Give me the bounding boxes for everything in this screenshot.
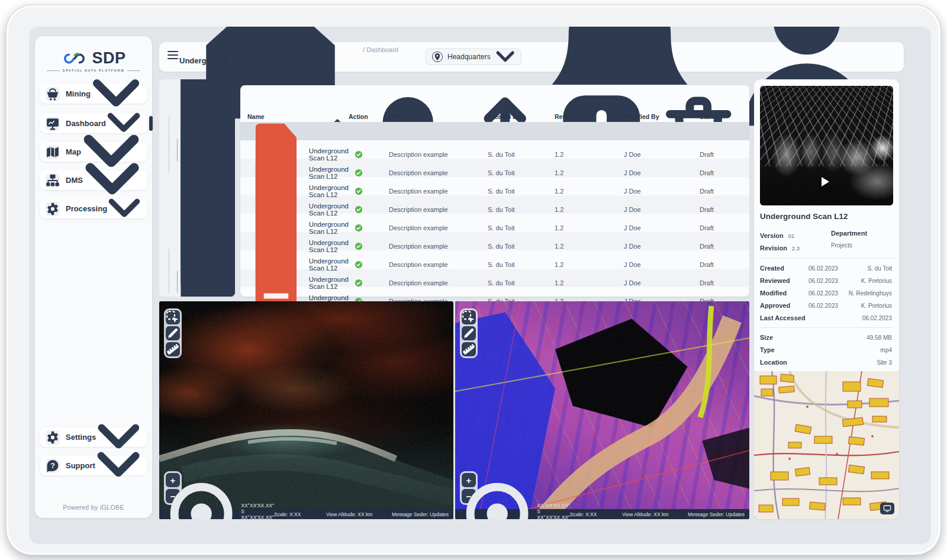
- metadata-row: Modified 06.02.2023 N. Redelinghuys: [760, 288, 892, 300]
- sidebar-item[interactable]: Processing: [40, 199, 147, 218]
- device-frame: SDP SPATIAL DATA PLATFORM Mining Dashboa…: [6, 5, 941, 555]
- sidebar-nav: Dashboard Map DMS Processing: [35, 114, 152, 227]
- metadata-row: Last Accessed 06.02.2023: [760, 313, 892, 325]
- location-pin-icon: [432, 52, 443, 62]
- page: SDP SPATIAL DATA PLATFORM Mining Dashboa…: [0, 0, 947, 560]
- geology-viewer-right[interactable]: + − XX°XX'XX.XX" S XX°XX'XX.XX" W Scale:…: [455, 301, 749, 519]
- topbar: / Dashboard Underground Headquarters: [159, 42, 904, 72]
- app-subtitle: SPATIAL DATA PLATFORM: [35, 69, 152, 72]
- column-description: Description: [389, 113, 488, 120]
- viewer-toolbar: [460, 308, 478, 358]
- file-properties-list: Size 49.58 MB Type mp4 Location Site 3: [760, 332, 892, 369]
- workspace-selector[interactable]: Mining: [40, 84, 147, 104]
- coordinates: XX°XX'XX.XX" S XX°XX'XX.XX" W: [537, 503, 570, 520]
- message-readout: Message Seder: Updates: [392, 511, 449, 517]
- gear-icon: [46, 430, 60, 445]
- approved-check-icon: [355, 169, 363, 177]
- chevron-down-icon: [96, 422, 141, 452]
- table-body: Underground Scan L12 Description example…: [240, 122, 749, 287]
- app-logo: SDP SPATIAL DATA PLATFORM: [35, 49, 152, 72]
- column-name: Name: [240, 113, 349, 120]
- altitude-readout: View Altitude: XX km: [326, 511, 392, 517]
- file-property-row: Location Site 3: [760, 357, 892, 369]
- gear-icon: [46, 202, 60, 216]
- location-selector[interactable]: Headquarters: [426, 49, 521, 65]
- topbar-actions: Headquarters: [426, 42, 896, 72]
- play-button[interactable]: [822, 177, 829, 186]
- approved-check-icon: [355, 187, 363, 195]
- chevron-down-icon: [91, 77, 141, 111]
- mining-icon: [46, 87, 60, 101]
- gps-target-icon: [164, 477, 239, 519]
- sidebar-item[interactable]: DMS: [40, 170, 147, 190]
- file-property-row: Size 49.58 MB: [760, 332, 892, 345]
- table-row[interactable]: Underground Scan L12 Description example…: [240, 122, 749, 140]
- metadata-row: Approved 06.02.2023 K. Pretorius: [760, 300, 892, 313]
- sidebar-item[interactable]: Settings: [40, 427, 147, 447]
- approved-check-icon: [355, 260, 363, 269]
- approved-check-icon: [355, 279, 363, 287]
- column-revision: Revision: [555, 113, 624, 120]
- divider: [760, 327, 893, 328]
- breadcrumb[interactable]: / Dashboard: [363, 46, 398, 53]
- videos-table-panel: / Workplace / Videos Name Action Descrip…: [240, 85, 749, 297]
- metadata-row: Created 06.02.2023 S. du Toit: [760, 263, 892, 275]
- approved-check-icon: [355, 205, 363, 214]
- file-property-row: Type mp4: [760, 345, 892, 357]
- table-column-headers: Name Action Description Created by Revis…: [240, 111, 749, 122]
- pin-icon: [433, 53, 442, 61]
- measure-tool-button[interactable]: [166, 342, 180, 356]
- department-value: Projects: [831, 242, 852, 249]
- site-tree: Mine 1 Mine 2 Mine 3 Site 1: [159, 79, 235, 297]
- folder-icon: [184, 210, 235, 297]
- message-readout: Message Seder: Updates: [688, 511, 745, 517]
- map-icon: [46, 145, 60, 159]
- select-tool-button[interactable]: [462, 310, 476, 324]
- tree-node[interactable]: 30.01.2024: [159, 282, 233, 294]
- map-preview: [754, 371, 899, 519]
- approved-check-icon: [355, 150, 363, 159]
- video-thumbnail[interactable]: [760, 86, 893, 205]
- powered-by: Powered by iGLOBE: [35, 504, 152, 511]
- workspace-label: Mining: [66, 89, 91, 98]
- altitude-readout: View Altitude: XX km: [622, 511, 688, 517]
- select-tool-button[interactable]: [166, 310, 180, 324]
- svg-text:?: ?: [50, 462, 55, 470]
- chevron-down-icon: [107, 197, 141, 220]
- divider: [760, 258, 893, 259]
- version-row: Version01 Department: [760, 230, 892, 240]
- approved-check-icon: [355, 242, 363, 250]
- measure-tool-button[interactable]: [462, 342, 476, 356]
- details-panel: Underground Scan L12 Version01 Departmen…: [754, 79, 899, 519]
- dms-icon: [46, 173, 60, 188]
- scale-readout: Scale: X:XX: [274, 511, 326, 517]
- column-state: State: [700, 113, 749, 120]
- details-title: Underground Scan L12: [760, 212, 848, 221]
- draw-tool-button[interactable]: [166, 326, 180, 340]
- viewer-status-bar: XX°XX'XX.XX" S XX°XX'XX.XX" W Scale: X:X…: [159, 509, 453, 519]
- revision-row: Revision2.3 Projects: [760, 242, 892, 253]
- sidebar-item[interactable]: Map: [40, 142, 147, 162]
- column-action: Action: [349, 113, 389, 120]
- coordinates: XX°XX'XX.XX" S XX°XX'XX.XX" W: [241, 503, 274, 520]
- breadcrumb-block: / Dashboard Underground: [182, 45, 398, 65]
- menu-button[interactable]: [168, 50, 179, 60]
- column-created-by: Created by: [488, 113, 555, 120]
- sidebar-item[interactable]: ? Support: [40, 456, 147, 475]
- viewer-toolbar: [164, 308, 182, 358]
- sidebar-footer-nav: Settings ? Support: [35, 427, 152, 484]
- viewer-status-bar: XX°XX'XX.XX" S XX°XX'XX.XX" W Scale: X:X…: [455, 509, 749, 519]
- approved-check-icon: [355, 224, 363, 232]
- chevron-down-icon: [95, 450, 141, 481]
- location-label: Headquarters: [447, 53, 491, 61]
- open-map-viewer-button[interactable]: [880, 503, 894, 514]
- department-label: Department: [831, 230, 867, 237]
- column-modified-by: Modified By: [624, 113, 700, 120]
- dashboard-icon: [46, 117, 60, 131]
- pointcloud-viewer-left[interactable]: + − XX°XX'XX.XX" S XX°XX'XX.XX" W Scale:…: [159, 301, 453, 519]
- sidebar-item[interactable]: Dashboard: [40, 114, 147, 133]
- table-header-bar: / Workplace / Videos: [240, 85, 749, 111]
- metadata-row: Reviewed 06.02.2023 K. Pretorius: [760, 275, 892, 288]
- app-screen: SDP SPATIAL DATA PLATFORM Mining Dashboa…: [29, 27, 931, 544]
- draw-tool-button[interactable]: [462, 326, 476, 340]
